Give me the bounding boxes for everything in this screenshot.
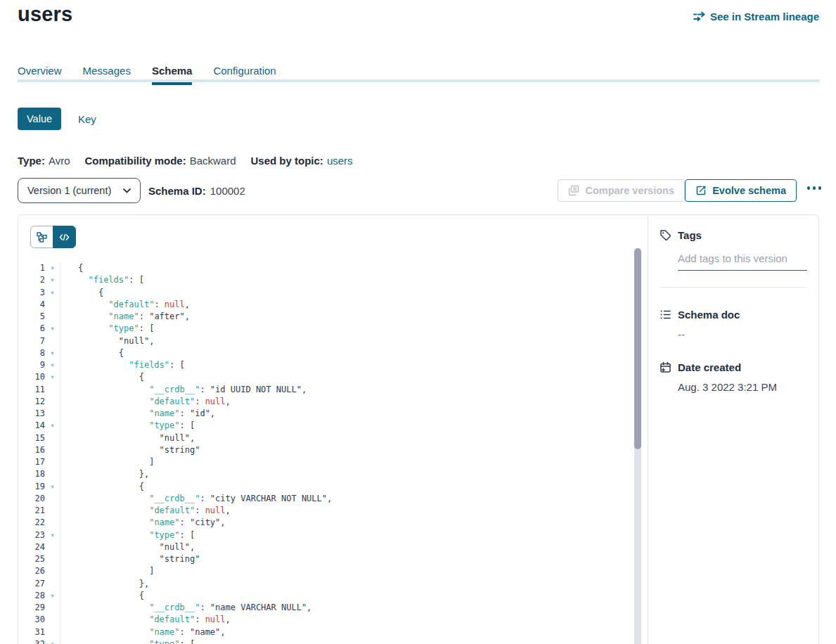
code-line: 18 }, [18,468,634,480]
more-actions-button[interactable] [806,185,823,191]
code-line-content: ] [60,565,634,577]
editor-view-toggle [30,226,76,248]
code-line: 16 "string" [18,444,634,456]
fold-arrow-icon [45,468,60,480]
schema-id: Schema ID: 100002 [148,185,245,197]
line-number: 14 [18,420,45,432]
code-line-content: { [60,371,634,383]
line-number: 2 [18,274,45,286]
fold-arrow-icon [45,384,60,396]
code-line-content: }, [60,468,634,480]
code-line: 10▼ { [18,371,634,383]
line-number: 30 [18,614,45,626]
code-view-button[interactable] [53,226,76,248]
tree-view-button[interactable] [30,226,53,248]
code-line: 28▼ { [18,590,634,602]
code-line-content: "fields": [ [60,359,634,371]
line-number: 5 [18,311,45,323]
tag-icon [660,229,671,241]
add-tags-input[interactable] [678,252,807,271]
schema-doc-section-header: Schema doc [660,309,807,321]
fold-arrow-icon[interactable]: ▼ [45,359,60,371]
fold-arrow-icon[interactable]: ▼ [45,420,60,432]
evolve-schema-button[interactable]: Evolve schema [685,179,797,202]
fold-arrow-icon[interactable]: ▼ [45,481,60,493]
fold-arrow-icon[interactable]: ▼ [45,262,60,274]
value-toggle-button[interactable]: Value [18,108,61,130]
editor-scrollbar-thumb[interactable] [634,248,641,449]
topic-link[interactable]: users [327,155,353,167]
line-number: 16 [18,444,45,456]
code-line-content: { [60,287,634,299]
fold-arrow-icon [45,432,60,444]
line-number: 11 [18,384,45,396]
code-line: 5 "name": "after", [18,311,634,323]
schema-doc-icon [660,309,671,321]
code-line: 3▼ { [18,287,634,299]
schema-meta-row: Type:Avro Compatibility mode:Backward Us… [18,155,353,167]
line-number: 13 [18,408,45,420]
line-number: 6 [18,323,45,335]
version-toolbar: Version 1 (current) Schema ID: 100002 Co… [18,178,823,203]
fold-arrow-icon [45,311,60,323]
code-line-content: "type": [ [60,323,634,335]
key-toggle-button[interactable]: Key [78,113,96,125]
fold-arrow-icon[interactable]: ▼ [45,287,60,299]
tags-title: Tags [678,229,702,241]
line-number: 1 [18,262,45,274]
line-number: 24 [18,541,45,553]
ellipsis-icon [807,186,811,190]
stream-lineage-link[interactable]: See in Stream lineage [693,11,819,22]
fold-arrow-icon[interactable]: ▼ [45,590,60,602]
sidebar-divider [660,287,807,288]
code-line-content: "default": null, [60,299,634,311]
fold-arrow-icon [45,541,60,553]
line-number: 7 [18,335,45,347]
line-number: 8 [18,347,45,359]
used-by-topic: Used by topic:users [251,155,353,167]
compare-versions-button[interactable]: Compare versions [558,179,685,202]
line-number: 18 [18,468,45,480]
code-line-content: "name": "id", [60,408,634,420]
code-line: 26 ] [18,565,634,577]
code-line: 9▼ "fields": [ [18,359,634,371]
tab-underline-bar [18,79,819,82]
fold-arrow-icon[interactable]: ▼ [45,323,60,335]
code-line-content: }, [60,578,634,590]
fold-arrow-icon[interactable]: ▼ [45,638,60,644]
date-created-section-header: Date created [660,361,807,373]
schema-code-editor[interactable]: 1▼{2▼ "fields": [3▼ {4 "default": null,5… [18,262,634,644]
code-line: 25 "string" [18,553,634,565]
line-number: 26 [18,565,45,577]
code-line: 8▼ { [18,347,634,359]
code-line-content: { [60,262,634,274]
line-number: 31 [18,626,45,638]
schema-doc-title: Schema doc [678,309,740,321]
code-line: 4 "default": null, [18,299,634,311]
line-number: 23 [18,529,45,541]
code-line: 6▼ "type": [ [18,323,634,335]
editor-scrollbar[interactable] [634,248,641,644]
fold-arrow-icon[interactable]: ▼ [45,347,60,359]
code-line: 11 "__crdb__": "id UUID NOT NULL", [18,384,634,396]
fold-arrow-icon [45,578,60,590]
fold-arrow-icon[interactable]: ▼ [45,274,60,286]
date-created-title: Date created [678,361,741,373]
code-line: 13 "name": "id", [18,408,634,420]
code-line-content: "name": "city", [60,517,634,529]
code-line: 32▼ "type": [ [18,638,634,644]
line-number: 29 [18,602,45,614]
code-line-content: ] [60,456,634,468]
date-created-icon [660,361,671,373]
code-line-content: "string" [60,553,634,565]
line-number: 9 [18,359,45,371]
code-line: 15 "null", [18,432,634,444]
code-line: 24 "null", [18,541,634,553]
schema-panel: 1▼{2▼ "fields": [3▼ {4 "default": null,5… [18,214,819,644]
fold-arrow-icon[interactable]: ▼ [45,371,60,383]
fold-arrow-icon[interactable]: ▼ [45,529,60,541]
line-number: 19 [18,481,45,493]
version-select[interactable]: Version 1 (current) [18,178,141,203]
line-number: 10 [18,371,45,383]
fold-arrow-icon [45,493,60,505]
